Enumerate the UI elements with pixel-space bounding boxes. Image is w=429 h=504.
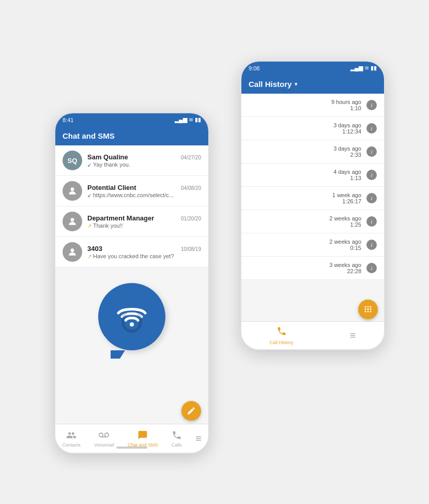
svg-point-4: [367, 308, 369, 310]
calls-icon: [172, 430, 182, 441]
info-icon-7[interactable]: i: [366, 240, 377, 250]
chat-preview-manager: ↗ Thank you!!: [87, 223, 201, 229]
status-bar-front: 8:41 ▂▄▆ ≋ ▮▮: [55, 113, 208, 126]
call-history-nav-icon: [277, 326, 287, 339]
info-icon-5[interactable]: i: [366, 193, 377, 203]
chat-item-manager[interactable]: Department Manager 01/20/20 ↗ Thank you!…: [55, 206, 208, 237]
nav-menu-front[interactable]: ≡: [195, 433, 202, 444]
call-time-2: 3 days ago 1:12:34: [249, 122, 361, 135]
menu-icon-back: ≡: [350, 330, 356, 342]
call-history-title: Call History: [249, 80, 292, 88]
contacts-icon: [66, 430, 76, 441]
nav-voicemail[interactable]: Voicemail: [94, 430, 114, 448]
svg-point-11: [71, 248, 74, 252]
arrow-icon-manager: ↗: [87, 223, 91, 229]
call-time-4: 4 days ago 1:13: [249, 169, 361, 181]
call-time-5: 1 week ago 1:26:17: [249, 192, 361, 204]
logo-area: [55, 268, 208, 366]
call-item-8[interactable]: 3 weeks ago 22:28 i: [241, 257, 384, 280]
svg-point-10: [71, 218, 74, 221]
info-icon-2[interactable]: i: [366, 123, 377, 134]
info-icon-4[interactable]: i: [366, 170, 377, 180]
call-history-nav-label: Call History: [270, 340, 294, 345]
avatar-sam: SQ: [63, 151, 82, 170]
chat-item-3403[interactable]: 3403 10/08/19 ↗ Have you cracked the cas…: [55, 237, 208, 268]
icons-front: ▂▄▆ ≋ ▮▮: [175, 116, 201, 123]
chat-item-sam[interactable]: SQ Sam Qualine 04/27/20 ↙ Yay thank you.: [55, 145, 208, 176]
svg-point-12: [130, 322, 134, 327]
info-icon-6[interactable]: i: [366, 216, 377, 227]
app-logo: [98, 283, 165, 350]
call-item-5[interactable]: 1 week ago 1:26:17 i: [241, 187, 384, 210]
svg-point-3: [365, 308, 366, 310]
call-item-4[interactable]: 4 days ago 1:13 i: [241, 164, 384, 187]
chat-date-3403: 10/08/19: [181, 246, 201, 252]
nav-menu-back[interactable]: ≡: [350, 330, 356, 342]
avatar-client: [63, 181, 82, 201]
nav-chat-sms[interactable]: Chat and SMS: [128, 430, 158, 448]
chat-sms-header: Chat and SMS: [55, 126, 208, 145]
chat-date-manager: 01/20/20: [181, 216, 201, 221]
logo-svg: [111, 299, 152, 335]
chat-list: SQ Sam Qualine 04/27/20 ↙ Yay thank you.: [55, 145, 208, 268]
chat-content-client: Potential Client 04/08/20 ↙ https://www.…: [87, 184, 201, 198]
time-front: 8:41: [63, 117, 73, 123]
svg-point-8: [370, 311, 372, 313]
chat-preview-sam: ↙ Yay thank you.: [87, 161, 201, 168]
nav-contacts[interactable]: Contacts: [62, 430, 81, 448]
chat-name-manager: Department Manager: [87, 214, 154, 222]
fab-compose-button[interactable]: [181, 401, 201, 421]
time-back: 9:08: [249, 65, 259, 71]
avatar-manager: [63, 212, 82, 231]
call-list: 9 hours ago 1:10 i 3 days ago 1:12:34 i …: [241, 94, 384, 304]
info-icon-3[interactable]: i: [366, 146, 377, 157]
chat-date-client: 04/08/20: [181, 185, 201, 191]
scene: 9:08 ▂▄▆ ≋ ▮▮ Call History ▾ 9 hours ago…: [13, 19, 416, 485]
nav-call-history[interactable]: Call History: [270, 326, 294, 345]
voicemail-label: Voicemail: [94, 442, 114, 448]
svg-point-1: [367, 306, 369, 308]
call-time-3: 3 days ago 2:33: [249, 145, 361, 158]
chat-preview-client: ↙ https://www.cnbc.com/select/c...: [87, 192, 201, 198]
call-item-1[interactable]: 9 hours ago 1:10 i: [241, 94, 384, 117]
voicemail-icon: [99, 430, 109, 441]
icons-back: ▂▄▆ ≋ ▮▮: [350, 65, 377, 71]
call-item-3[interactable]: 3 days ago 2:33 i: [241, 140, 384, 164]
info-icon-8[interactable]: i: [366, 263, 377, 273]
chat-sms-title: Chat and SMS: [63, 131, 115, 140]
bottom-nav-back: Call History ≡: [241, 321, 384, 349]
arrow-icon-client: ↙: [87, 192, 91, 198]
chat-item-client[interactable]: Potential Client 04/08/20 ↙ https://www.…: [55, 176, 208, 206]
status-bar-back: 9:08 ▂▄▆ ≋ ▮▮: [241, 62, 384, 75]
call-time-1: 9 hours ago 1:10: [249, 99, 361, 111]
call-item-7[interactable]: 2 weeks ago 0:15 i: [241, 233, 384, 257]
avatar-3403: [63, 242, 82, 262]
chat-name-3403: 3403: [87, 245, 102, 253]
call-time-6: 2 weeks ago 1:25: [249, 215, 361, 228]
fab-dialpad-button[interactable]: [358, 300, 378, 319]
chat-date-sam: 04/27/20: [181, 155, 201, 160]
menu-icon-front: ≡: [195, 433, 202, 443]
phone-chat-sms: 8:41 ▂▄▆ ≋ ▮▮ Chat and SMS SQ Sam Qualin…: [54, 112, 209, 454]
nav-calls[interactable]: Calls: [172, 430, 182, 448]
call-time-7: 2 weeks ago 0:15: [249, 239, 361, 251]
home-bar: [116, 447, 147, 449]
call-history-list: 9 hours ago 1:10 i 3 days ago 1:12:34 i …: [241, 94, 384, 280]
chat-content-manager: Department Manager 01/20/20 ↗ Thank you!…: [87, 214, 201, 229]
svg-point-2: [370, 306, 372, 308]
call-item-2[interactable]: 3 days ago 1:12:34 i: [241, 117, 384, 140]
svg-point-0: [365, 306, 366, 308]
chat-content-3403: 3403 10/08/19 ↗ Have you cracked the cas…: [87, 245, 201, 259]
chat-preview-3403: ↗ Have you cracked the case yet?: [87, 253, 201, 259]
call-history-header[interactable]: Call History ▾: [241, 75, 384, 94]
svg-point-5: [370, 308, 372, 310]
svg-point-9: [71, 187, 74, 191]
logo-bubble: [98, 283, 165, 350]
call-time-8: 3 weeks ago 22:28: [249, 262, 361, 274]
info-icon-1[interactable]: i: [366, 100, 377, 110]
call-item-6[interactable]: 2 weeks ago 1:25 i: [241, 210, 384, 233]
chat-content-sam: Sam Qualine 04/27/20 ↙ Yay thank you.: [87, 153, 201, 168]
phone-call-history: 9:08 ▂▄▆ ≋ ▮▮ Call History ▾ 9 hours ago…: [240, 61, 385, 350]
arrow-icon-3403: ↗: [87, 254, 91, 259]
contacts-label: Contacts: [62, 442, 81, 448]
